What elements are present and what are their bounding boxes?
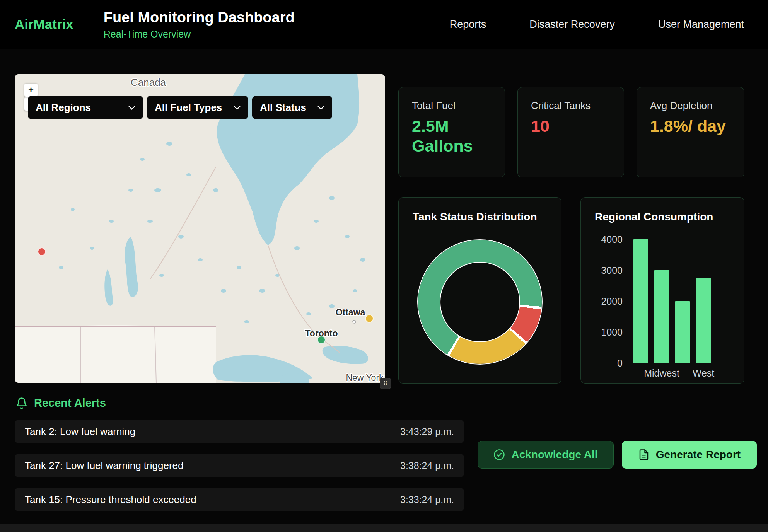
stat-label: Avg Depletion bbox=[650, 100, 731, 112]
bell-icon bbox=[15, 397, 28, 409]
stat-label: Critical Tanks bbox=[531, 100, 611, 112]
nav-item-disaster-recovery[interactable]: Disaster Recovery bbox=[529, 19, 615, 31]
map-label-canada: Canada bbox=[131, 77, 166, 88]
chevron-down-icon bbox=[128, 106, 135, 110]
map-canvas[interactable]: Canada Ottawa Toronto New York bbox=[15, 74, 385, 383]
y-axis-label: 1000 bbox=[601, 327, 623, 338]
chart-title: Regional Consumption bbox=[581, 198, 744, 223]
fuel-monitoring-dashboard: AirMatrix Fuel Monitoring Dashboard Real… bbox=[0, 0, 768, 532]
fuel-type-filter-label: All Fuel Types bbox=[155, 102, 222, 114]
stat-value: 10 bbox=[531, 116, 611, 136]
bar bbox=[696, 278, 711, 363]
alerts-heading: Recent Alerts bbox=[15, 397, 106, 409]
nav-item-reports[interactable]: Reports bbox=[450, 19, 486, 31]
tank-marker-normal[interactable] bbox=[317, 336, 326, 344]
alert-time: 3:43:29 p.m. bbox=[400, 426, 454, 437]
regional-consumption-card: Regional Consumption 4000 3000 2000 1000… bbox=[580, 197, 744, 384]
alerts-heading-label: Recent Alerts bbox=[34, 397, 106, 409]
map-label-new-york: New York bbox=[346, 373, 384, 383]
region-filter-label: All Regions bbox=[36, 102, 91, 114]
map-filters: All Regions All Fuel Types All Status bbox=[28, 96, 332, 119]
tank-status-card: Tank Status Distribution bbox=[398, 197, 561, 384]
stat-label: Total Fuel bbox=[412, 100, 492, 112]
y-axis-label: 4000 bbox=[601, 234, 623, 245]
alert-time: 3:38:24 p.m. bbox=[400, 460, 454, 471]
bottom-bar bbox=[0, 524, 768, 532]
bar-column: Midwest bbox=[654, 239, 669, 363]
document-icon bbox=[638, 449, 650, 460]
acknowledge-all-label: Acknowledge All bbox=[511, 448, 597, 461]
map-panel: Canada Ottawa Toronto New York + − All R… bbox=[15, 74, 385, 383]
nav-item-user-management[interactable]: User Management bbox=[658, 19, 744, 31]
region-filter-dropdown[interactable]: All Regions bbox=[28, 96, 143, 119]
generate-report-button[interactable]: Generate Report bbox=[622, 441, 757, 469]
bars-area: Midwest West bbox=[633, 239, 711, 363]
title-block: Fuel Monitoring Dashboard Real-Time Over… bbox=[104, 9, 295, 40]
y-axis-label: 2000 bbox=[601, 296, 623, 307]
drag-handle-icon[interactable]: ⠿ bbox=[380, 378, 391, 389]
bar-chart: 4000 3000 2000 1000 0 Midwest bbox=[598, 239, 744, 363]
bar-column: West bbox=[696, 239, 711, 363]
y-axis: 4000 3000 2000 1000 0 bbox=[598, 239, 623, 363]
ottawa-town-dot bbox=[353, 320, 356, 323]
fuel-type-filter-dropdown[interactable]: All Fuel Types bbox=[147, 96, 248, 119]
donut-chart bbox=[418, 240, 542, 364]
status-filter-label: All Status bbox=[260, 102, 306, 114]
alert-row[interactable]: Tank 27: Low fuel warning triggered 3:38… bbox=[15, 454, 464, 477]
status-filter-dropdown[interactable]: All Status bbox=[252, 96, 332, 119]
stat-value: 2.5M Gallons bbox=[412, 116, 492, 155]
main-nav: Reports Disaster Recovery User Managemen… bbox=[450, 19, 744, 31]
stat-value: 1.8%/ day bbox=[650, 116, 731, 136]
tank-marker-warning[interactable] bbox=[365, 314, 374, 323]
map-label-ottawa: Ottawa bbox=[336, 307, 365, 317]
alert-message: Tank 2: Low fuel warning bbox=[25, 426, 135, 438]
app-logo[interactable]: AirMatrix bbox=[15, 17, 73, 32]
check-circle-icon bbox=[493, 449, 505, 460]
stat-card-total-fuel: Total Fuel 2.5M Gallons bbox=[398, 87, 505, 177]
alert-message: Tank 15: Pressure threshold exceeded bbox=[25, 494, 196, 506]
stat-card-avg-depletion: Avg Depletion 1.8%/ day bbox=[637, 87, 744, 177]
map-us-region bbox=[15, 325, 216, 383]
alert-row[interactable]: Tank 15: Pressure threshold exceeded 3:3… bbox=[15, 488, 464, 511]
stat-card-critical-tanks: Critical Tanks 10 bbox=[517, 87, 624, 177]
tank-marker-critical[interactable] bbox=[38, 247, 46, 256]
bar-column bbox=[633, 239, 648, 363]
bar-column bbox=[675, 239, 690, 363]
chevron-down-icon bbox=[234, 106, 241, 110]
top-bar: AirMatrix Fuel Monitoring Dashboard Real… bbox=[0, 0, 768, 49]
alert-row[interactable]: Tank 2: Low fuel warning 3:43:29 p.m. bbox=[15, 420, 464, 443]
x-axis-label: Midwest bbox=[644, 368, 679, 379]
page-title: Fuel Monitoring Dashboard bbox=[104, 9, 295, 26]
acknowledge-all-button[interactable]: Acknowledge All bbox=[478, 441, 614, 469]
page-subtitle: Real-Time Overview bbox=[104, 29, 295, 40]
bar bbox=[654, 270, 669, 363]
zoom-in-button[interactable]: + bbox=[24, 84, 38, 97]
chart-title: Tank Status Distribution bbox=[399, 198, 561, 223]
x-axis-label: West bbox=[693, 368, 715, 379]
y-axis-label: 3000 bbox=[601, 265, 623, 276]
chevron-down-icon bbox=[317, 106, 324, 110]
bar bbox=[675, 301, 690, 363]
alert-time: 3:33:24 p.m. bbox=[400, 494, 454, 505]
generate-report-label: Generate Report bbox=[656, 448, 741, 461]
alert-message: Tank 27: Low fuel warning triggered bbox=[25, 460, 183, 472]
y-axis-label: 0 bbox=[617, 358, 623, 369]
bar bbox=[633, 239, 648, 363]
